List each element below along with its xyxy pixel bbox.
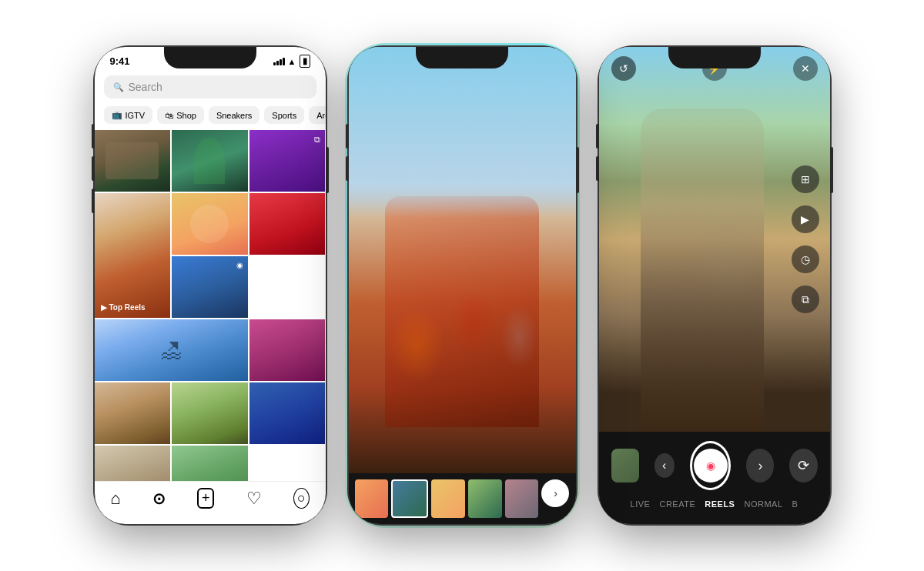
phone1-screen: 9:41 ▲ ▮ 🔍 Search	[95, 47, 326, 524]
mode-create[interactable]: CREATE	[659, 499, 695, 509]
grid-cell-13[interactable]	[95, 446, 171, 481]
grid-cell-1[interactable]	[95, 130, 171, 192]
reel-thumb-1[interactable]	[355, 479, 389, 518]
grid-cell-10[interactable]	[95, 382, 171, 444]
camera-next-button[interactable]: ›	[746, 449, 774, 483]
camera-effect-icon[interactable]: ⧉	[792, 286, 819, 313]
phone-1: 9:41 ▲ ▮ 🔍 Search	[95, 47, 326, 524]
grid-cell-12[interactable]	[249, 382, 326, 444]
mode-boomerang[interactable]: B	[792, 499, 798, 509]
grid-cell-7[interactable]: ◉	[172, 256, 248, 318]
camera-play-icon[interactable]: ▶	[792, 205, 819, 233]
grid-cell-3[interactable]: ⧉	[249, 130, 326, 192]
camera-flip-button[interactable]: ⟳	[789, 449, 817, 483]
reel-thumb-5[interactable]	[505, 479, 539, 518]
shutter-inner: ◉	[694, 449, 728, 483]
search-icon: 🔍	[113, 82, 124, 92]
reels-video-icon: ▶	[101, 303, 107, 312]
phone1-notch	[164, 47, 256, 68]
igtv-icon: 📺	[112, 110, 122, 120]
nav-heart[interactable]: ♡	[246, 489, 262, 509]
camera-right-controls: ⊞ ▶ ◷ ⧉	[792, 165, 819, 313]
explore-grid: ⧉ ▶ Top Reels	[95, 130, 326, 481]
camera-modes: LIVE CREATE REELS NORMAL B	[611, 499, 818, 509]
phone2-power	[576, 147, 579, 193]
chip-igtv[interactable]: 📺 IGTV	[104, 106, 153, 124]
grid-cell-9[interactable]	[249, 319, 326, 381]
camera-clock-icon[interactable]: ◷	[792, 245, 819, 273]
chip-shop[interactable]: 🛍 Shop	[157, 106, 204, 124]
search-input[interactable]: Search	[129, 81, 162, 93]
chip-architecture[interactable]: Archit...	[309, 106, 325, 124]
camera-prev-button[interactable]: ‹	[654, 453, 675, 478]
phone2-notch	[416, 47, 508, 68]
camera-timer-icon[interactable]: ↺	[611, 56, 636, 81]
phone3-power	[830, 147, 833, 193]
top-reels-label: ▶ Top Reels	[101, 303, 146, 312]
chip-igtv-label: IGTV	[126, 111, 146, 120]
chip-sneakers[interactable]: Sneakers	[209, 106, 259, 124]
multi-icon-3: ⧉	[314, 135, 320, 145]
camera-close-icon[interactable]: ✕	[793, 56, 818, 81]
shutter-button[interactable]: ◉	[690, 441, 732, 490]
reels-video[interactable]	[349, 47, 576, 473]
grid-cell-5[interactable]	[172, 193, 248, 255]
search-bar[interactable]: 🔍 Search	[104, 75, 316, 99]
wifi-icon: ▲	[288, 57, 296, 66]
camera-prev-thumb[interactable]	[611, 449, 639, 483]
nav-profile[interactable]: ○	[293, 488, 310, 509]
reel-thumb-3[interactable]	[431, 479, 465, 518]
mode-reels-active[interactable]: REELS	[705, 499, 735, 509]
grid-cell-2[interactable]	[172, 130, 248, 192]
chip-sneakers-label: Sneakers	[216, 111, 252, 120]
bottom-nav: ⌂ ⊙ + ♡ ○	[95, 481, 326, 524]
phone2-screen: ›	[349, 47, 576, 524]
chips-row: 📺 IGTV 🛍 Shop Sneakers Sports Archit...	[95, 103, 326, 130]
chip-sports-label: Sports	[272, 111, 296, 120]
nav-search[interactable]: ⊙	[152, 489, 166, 508]
status-icons: ▲ ▮	[273, 55, 310, 68]
camera-bottom: ‹ ◉ › ⟳ LIVE CREATE REEL	[599, 432, 830, 524]
grid-cell-8[interactable]: 🏖	[95, 319, 248, 381]
camera-shutter-row: ‹ ◉ › ⟳	[611, 441, 818, 490]
chip-sports[interactable]: Sports	[264, 106, 304, 124]
reel-icon-7: ◉	[236, 261, 243, 269]
camera-view: ↺ ⚡ ✕ ⊞ ▶ ◷ ⧉	[599, 47, 830, 432]
nav-add[interactable]: +	[197, 488, 215, 509]
grid-cell-14[interactable]	[172, 446, 248, 481]
mode-live[interactable]: LIVE	[631, 499, 651, 509]
chip-arch-label: Archit...	[316, 111, 325, 120]
status-time: 9:41	[110, 55, 130, 67]
battery-icon: ▮	[300, 55, 310, 68]
mode-normal[interactable]: NORMAL	[744, 499, 782, 509]
search-bar-container: 🔍 Search	[95, 71, 326, 103]
grid-cell-6[interactable]	[249, 193, 326, 255]
phone3-notch	[668, 47, 761, 68]
shop-icon: 🛍	[165, 111, 173, 120]
camera-gallery-icon[interactable]: ⊞	[792, 165, 819, 193]
phone3-screen: ↺ ⚡ ✕ ⊞ ▶ ◷ ⧉ ‹	[599, 47, 830, 524]
grid-cell-tall[interactable]: ▶ Top Reels	[95, 193, 171, 318]
phone-2: ›	[349, 47, 576, 524]
reel-record-icon: ◉	[706, 459, 715, 472]
phone-3: ↺ ⚡ ✕ ⊞ ▶ ◷ ⧉ ‹	[599, 47, 830, 524]
reels-next-button[interactable]: ›	[541, 479, 569, 507]
reel-thumb-4[interactable]	[468, 479, 502, 518]
grid-cell-11[interactable]	[172, 382, 248, 444]
signal-icon	[273, 58, 285, 65]
reel-thumb-2[interactable]	[391, 479, 428, 518]
chip-shop-label: Shop	[176, 111, 196, 120]
nav-home[interactable]: ⌂	[110, 489, 120, 509]
phone2-container: ›	[349, 47, 576, 524]
phone1-power	[326, 147, 329, 193]
